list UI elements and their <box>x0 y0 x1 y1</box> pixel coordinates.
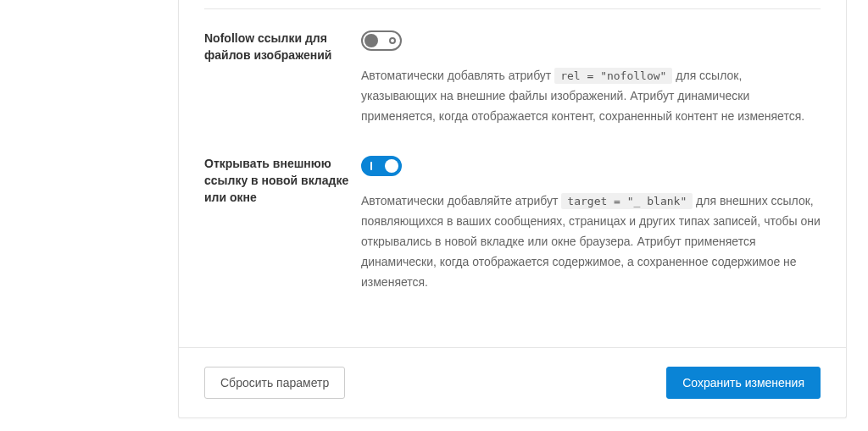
reset-button[interactable]: Сбросить параметр <box>204 367 345 399</box>
setting-label: Nofollow ссылки для файлов изображений <box>204 30 361 126</box>
toggle-nofollow-images[interactable] <box>361 30 402 51</box>
save-button[interactable]: Сохранить изменения <box>666 367 821 399</box>
settings-panel: Nofollow ссылки для файлов изображений А… <box>178 0 847 418</box>
code-snippet: rel = "nofollow" <box>554 68 672 84</box>
toggle-target-blank[interactable] <box>361 156 402 176</box>
panel-footer: Сбросить параметр Сохранить изменения <box>179 347 846 417</box>
code-snippet: target = "_ blank" <box>561 193 693 209</box>
setting-label: Открывать внешнюю ссылку в новой вкладке… <box>204 156 361 292</box>
setting-nofollow-images: Nofollow ссылки для файлов изображений А… <box>204 30 821 126</box>
setting-target-blank: Открывать внешнюю ссылку в новой вкладке… <box>204 156 821 292</box>
divider <box>204 8 821 9</box>
setting-description: Автоматически добавляйте атрибут target … <box>361 191 821 292</box>
setting-description: Автоматически добавлять атрибут rel = "n… <box>361 66 821 126</box>
